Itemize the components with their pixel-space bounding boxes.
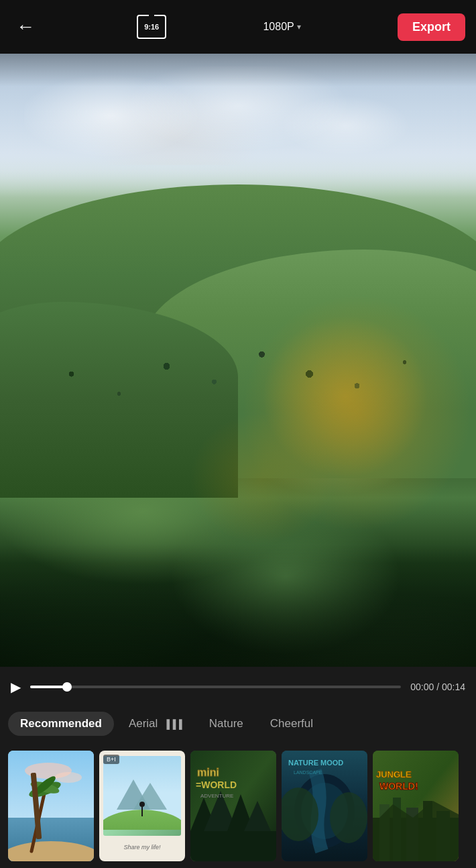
time-separator: /: [436, 682, 439, 692]
export-button[interactable]: Export: [398, 13, 465, 41]
svg-point-2: [55, 772, 82, 783]
svg-text:LANDSCAPE: LANDSCAPE: [294, 770, 322, 775]
total-time: 00:14: [442, 682, 465, 692]
progress-bar[interactable]: [30, 686, 401, 688]
svg-text:JUNGLE: JUNGLE: [376, 769, 412, 779]
thumbnail-polaroid[interactable]: Share my life! B+I: [99, 751, 185, 861]
svg-text:=WORLD: =WORLD: [196, 779, 237, 790]
polaroid-caption: Share my life!: [123, 840, 160, 852]
thumbnail-beach[interactable]: [8, 751, 94, 861]
polaroid-badge: B+I: [103, 755, 119, 764]
top-overlay: [0, 54, 476, 87]
progress-fill: [30, 686, 67, 688]
current-time: 00:00: [410, 682, 434, 692]
aspect-ratio-display[interactable]: 9:16: [137, 15, 166, 39]
bars-icon: ▐▐▐: [164, 719, 182, 729]
beach-thumbnail-image: [8, 751, 94, 861]
play-button[interactable]: ▶: [11, 679, 21, 695]
jungle-world-image: JUNGLE WORLD!: [373, 751, 459, 861]
thumbnail-jungle-world[interactable]: JUNGLE WORLD!: [373, 751, 459, 861]
video-preview-area: [0, 54, 476, 707]
resolution-dropdown-arrow: ▾: [297, 22, 301, 32]
nature-mood-image: NATURE MOOD LANDSCAPE: [282, 751, 367, 861]
svg-text:mini: mini: [197, 767, 219, 778]
thumbnail-mini-world[interactable]: mini =WORLD ADVENTURE: [190, 751, 276, 861]
resolution-selector[interactable]: 1080P ▾: [263, 21, 300, 33]
svg-point-28: [330, 792, 367, 843]
thumbnail-nature-mood[interactable]: NATURE MOOD LANDSCAPE: [282, 751, 367, 861]
tab-recommended[interactable]: Recommended: [8, 712, 114, 736]
time-display: 00:00 / 00:14: [410, 682, 465, 692]
svg-rect-20: [190, 831, 276, 861]
svg-text:ADVENTURE: ADVENTURE: [200, 793, 233, 799]
tab-nature[interactable]: Nature: [197, 712, 255, 736]
polaroid-image: [103, 756, 181, 836]
tab-aerial[interactable]: Aerial ▐▐▐: [117, 712, 194, 736]
video-preview: [0, 54, 476, 707]
resolution-value: 1080P: [263, 21, 294, 33]
aspect-ratio-icon: 9:16: [137, 15, 166, 39]
polaroid-scene: [103, 756, 181, 830]
svg-text:NATURE MOOD: NATURE MOOD: [288, 759, 343, 767]
svg-text:WORLD!: WORLD!: [379, 781, 418, 792]
category-tabs: Recommended Aerial ▐▐▐ Nature Cheerful: [0, 704, 476, 744]
back-button[interactable]: ←: [11, 12, 40, 42]
tab-cheerful[interactable]: Cheerful: [258, 712, 325, 736]
aspect-ratio-text: 9:16: [144, 23, 159, 31]
thumbnail-strip: Share my life! B+I mini =WORLD ADVENT: [0, 744, 476, 868]
svg-point-13: [139, 802, 145, 807]
playback-bar: ▶ 00:00 / 00:14: [0, 667, 476, 707]
mini-world-image: mini =WORLD ADVENTURE: [190, 751, 276, 861]
top-bar: ← 9:16 1080P ▾ Export: [0, 0, 476, 54]
progress-thumb[interactable]: [62, 682, 72, 692]
